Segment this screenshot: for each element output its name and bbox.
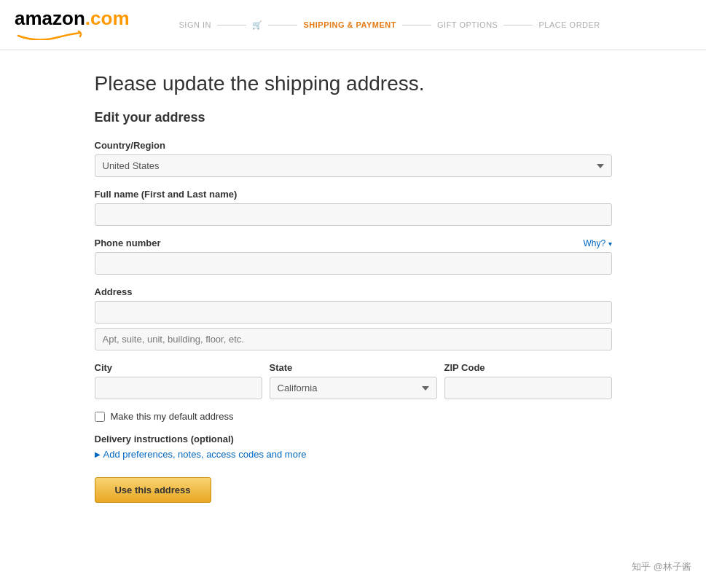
logo-area: amazon.com — [15, 7, 130, 42]
main-content: Please update the shipping address. Edit… — [80, 72, 627, 503]
step-gift-options: Gift Options — [431, 20, 503, 29]
fullname-label: Full name (First and Last name) — [95, 189, 612, 200]
state-select[interactable]: California — [270, 377, 437, 399]
page-title: Please update the shipping address. — [95, 72, 612, 95]
amazon-logo[interactable]: amazon.com — [15, 7, 130, 42]
progress-bar: Sign In 🛒 Shipping & Payment Gift Option… — [173, 20, 606, 30]
step-shipping-payment: Shipping & Payment — [297, 20, 402, 29]
use-address-button[interactable]: Use this address — [95, 477, 211, 503]
step-separator-3 — [402, 25, 431, 26]
country-select[interactable]: United States — [95, 154, 612, 177]
country-group: Country/Region United States — [95, 140, 612, 177]
step-separator-4 — [503, 25, 533, 26]
state-group: State California — [270, 362, 437, 399]
zip-group: ZIP Code — [444, 362, 612, 399]
chevron-down-icon: ▾ — [608, 240, 612, 248]
default-address-checkbox[interactable] — [95, 412, 105, 422]
section-title: Edit your address — [95, 110, 612, 125]
delivery-section: Delivery instructions (optional) ▶ Add p… — [95, 434, 612, 460]
why-link[interactable]: Why? ▾ — [583, 238, 611, 248]
country-label: Country/Region — [95, 140, 612, 151]
step-separator-1 — [217, 25, 246, 26]
default-address-label[interactable]: Make this my default address — [111, 411, 234, 422]
city-label: City — [95, 362, 262, 373]
amazon-smile-icon — [15, 30, 87, 40]
address-line1-input[interactable] — [95, 301, 612, 324]
zip-label: ZIP Code — [444, 362, 612, 373]
state-label: State — [270, 362, 437, 373]
phone-label: Phone number — [95, 238, 161, 248]
phone-input[interactable] — [95, 252, 612, 275]
default-address-row: Make this my default address — [95, 411, 612, 422]
fullname-group: Full name (First and Last name) — [95, 189, 612, 226]
address-line2-input[interactable] — [95, 328, 612, 350]
submit-section: Use this address — [95, 477, 612, 503]
city-group: City — [95, 362, 262, 399]
step-cart-icon: 🛒 — [246, 20, 269, 30]
delivery-link[interactable]: ▶ Add preferences, notes, access codes a… — [95, 449, 612, 460]
phone-label-row: Phone number Why? ▾ — [95, 238, 612, 248]
header: amazon.com Sign In 🛒 Shipping & Payment … — [0, 0, 706, 50]
arrow-right-icon: ▶ — [95, 450, 101, 458]
address-label: Address — [95, 286, 612, 297]
city-state-zip-row: City State California ZIP Code — [95, 362, 612, 399]
city-input[interactable] — [95, 377, 262, 399]
delivery-title: Delivery instructions (optional) — [95, 434, 612, 444]
step-sign-in: Sign In — [173, 20, 217, 29]
zip-input[interactable] — [444, 377, 612, 399]
fullname-input[interactable] — [95, 203, 612, 226]
step-separator-2 — [268, 25, 297, 26]
address-group: Address — [95, 286, 612, 350]
phone-group: Phone number Why? ▾ — [95, 238, 612, 275]
step-place-order: Place Order — [533, 20, 605, 29]
